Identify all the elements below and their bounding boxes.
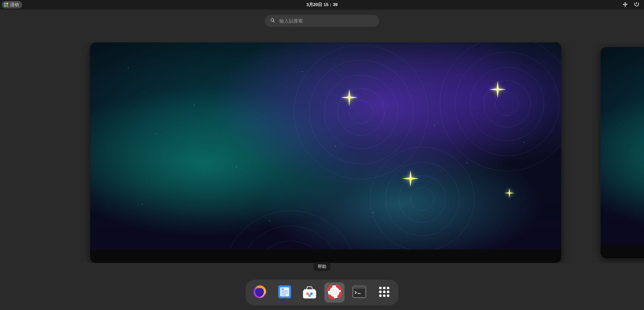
svg-point-28 — [383, 295, 386, 297]
wallpaper — [90, 42, 561, 249]
search-icon — [270, 18, 275, 24]
dash-app-task-manager[interactable] — [275, 282, 295, 303]
activities-icon — [4, 2, 8, 7]
svg-point-24 — [379, 290, 382, 293]
svg-rect-9 — [281, 290, 288, 292]
svg-rect-11 — [281, 295, 286, 296]
search-input[interactable] — [279, 18, 374, 24]
svg-point-21 — [379, 287, 382, 289]
svg-point-17 — [332, 289, 337, 294]
firefox-icon — [252, 284, 267, 301]
svg-point-29 — [387, 295, 390, 297]
system-status-area[interactable] — [622, 0, 644, 9]
dash-app-help[interactable] — [324, 282, 345, 303]
help-icon — [327, 284, 342, 301]
svg-rect-19 — [353, 286, 366, 289]
workspaces-overview — [0, 42, 644, 263]
software-center-icon — [302, 284, 317, 301]
svg-point-12 — [306, 293, 309, 295]
svg-point-27 — [379, 295, 382, 297]
dash-app-terminal[interactable] — [349, 282, 369, 303]
svg-rect-0 — [4, 3, 6, 4]
svg-rect-10 — [281, 293, 288, 294]
task-manager-icon — [277, 284, 292, 301]
dash-app-firefox[interactable] — [250, 282, 270, 303]
clock[interactable]: 3月20日 15：39 — [306, 2, 337, 8]
wallpaper — [601, 47, 644, 245]
dash-show-apps[interactable] — [374, 282, 394, 303]
tooltip-label: 帮助 — [318, 264, 326, 269]
activities-label: 活动 — [10, 2, 19, 8]
app-grid-icon — [377, 284, 392, 301]
terminal-icon — [352, 284, 367, 301]
dash-app-software[interactable] — [299, 282, 320, 303]
power-icon[interactable] — [634, 2, 639, 8]
svg-point-23 — [387, 287, 390, 289]
dash-tooltip: 帮助 — [314, 262, 330, 271]
svg-rect-1 — [6, 3, 8, 4]
svg-rect-3 — [6, 5, 8, 7]
workspace-footer — [90, 249, 561, 263]
svg-point-14 — [308, 295, 311, 297]
svg-point-13 — [310, 293, 313, 295]
svg-point-22 — [383, 287, 386, 289]
svg-rect-2 — [4, 5, 6, 7]
svg-point-26 — [387, 290, 390, 293]
workspace-footer — [601, 245, 644, 258]
workspace-thumbnail-2[interactable] — [601, 47, 644, 258]
network-icon[interactable] — [622, 2, 628, 8]
activities-button[interactable]: 活动 — [2, 1, 22, 8]
svg-rect-20 — [357, 293, 361, 294]
top-bar: 活动 3月20日 15：39 — [0, 0, 644, 9]
svg-point-25 — [383, 290, 386, 293]
svg-rect-8 — [281, 288, 284, 289]
workspace-thumbnail-1[interactable] — [90, 42, 561, 263]
search-bar[interactable] — [265, 15, 379, 27]
dash — [246, 280, 398, 305]
